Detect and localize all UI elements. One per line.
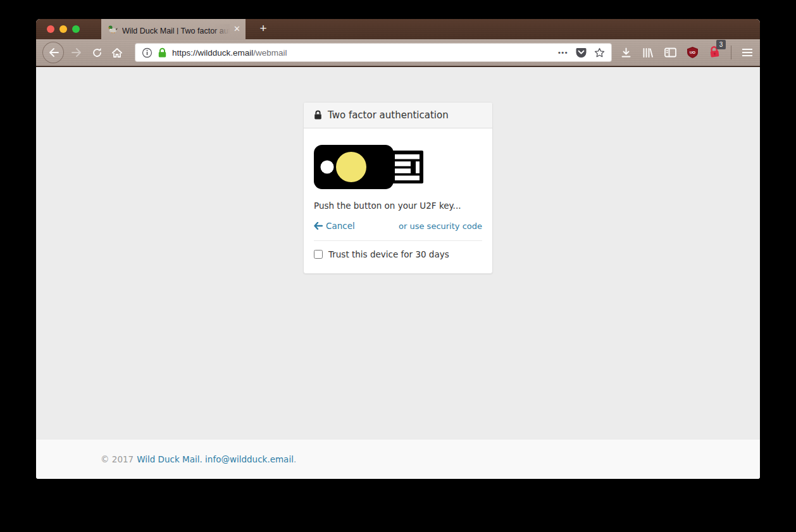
- duck-favicon-icon: [108, 25, 118, 34]
- brand-link[interactable]: Wild Duck Mail.: [137, 454, 202, 464]
- copyright-text: © 2017: [101, 454, 134, 464]
- page-actions-icon[interactable]: •••: [558, 49, 568, 56]
- window-zoom-button[interactable]: [72, 25, 80, 33]
- sidebar-toggle-icon[interactable]: [664, 47, 676, 58]
- pocket-icon[interactable]: [576, 47, 587, 58]
- bookmark-star-icon[interactable]: [594, 47, 605, 58]
- browser-window: Wild Duck Mail | Two factor auth ✕ +: [36, 19, 760, 479]
- new-tab-button[interactable]: +: [254, 19, 273, 39]
- reload-button[interactable]: [87, 42, 107, 63]
- svg-text:UO: UO: [690, 51, 695, 54]
- traffic-lights: [47, 25, 80, 33]
- panel-body: Push the button on your U2F key... Cance…: [304, 128, 492, 273]
- trust-device-row[interactable]: Trust this device for 30 days: [314, 249, 482, 259]
- forward-arrow-icon: [72, 47, 82, 58]
- https-lock-icon[interactable]: [158, 47, 167, 58]
- u2f-key-image: [314, 145, 425, 189]
- toolbar-separator: [731, 46, 731, 59]
- trust-device-checkbox[interactable]: [314, 250, 323, 259]
- lock-icon: [313, 110, 323, 120]
- tab-bar: Wild Duck Mail | Two factor auth ✕ +: [36, 19, 760, 39]
- back-arrow-small-icon: [314, 222, 323, 230]
- url-text: https://wildduck.email/webmail: [172, 48, 287, 58]
- home-button[interactable]: [107, 42, 127, 63]
- url-bar[interactable]: https://wildduck.email/webmail •••: [135, 43, 612, 62]
- two-factor-panel: Two factor authentication Push the butto…: [303, 102, 493, 274]
- home-icon: [111, 47, 123, 58]
- page-info-icon[interactable]: [142, 47, 152, 58]
- tab-title: Wild Duck Mail | Two factor auth: [122, 24, 230, 34]
- panel-title: Two factor authentication: [328, 109, 449, 121]
- toolbar-right-icons: UO 3: [621, 46, 754, 60]
- back-button[interactable]: [42, 42, 64, 63]
- panel-divider: [314, 240, 482, 241]
- window-close-button[interactable]: [47, 25, 54, 33]
- navigation-toolbar: https://wildduck.email/webmail •••: [36, 39, 760, 67]
- window-minimize-button[interactable]: [59, 25, 67, 33]
- forward-button[interactable]: [66, 42, 87, 63]
- cancel-link[interactable]: Cancel: [314, 221, 355, 231]
- footer-period: .: [294, 454, 296, 464]
- panel-heading: Two factor authentication: [304, 102, 492, 128]
- url-path: /webmail: [253, 48, 287, 58]
- menu-icon[interactable]: [742, 49, 752, 56]
- reload-icon: [92, 47, 103, 58]
- trust-device-label: Trust this device for 30 days: [328, 249, 449, 259]
- page-footer: © 2017 Wild Duck Mail. info@wildduck.ema…: [36, 440, 760, 479]
- use-security-code-link[interactable]: or use security code: [399, 221, 482, 231]
- url-host: https://wildduck.email: [172, 48, 253, 58]
- library-icon[interactable]: [642, 47, 654, 58]
- ublock-origin-icon[interactable]: UO: [687, 47, 698, 58]
- password-extension-button[interactable]: 3: [709, 46, 720, 60]
- downloads-icon[interactable]: [621, 47, 631, 58]
- u2f-instruction-text: Push the button on your U2F key...: [314, 201, 482, 211]
- back-arrow-icon: [48, 47, 59, 58]
- contact-email-link[interactable]: info@wildduck.email: [205, 454, 294, 464]
- page-content: Two factor authentication Push the butto…: [36, 67, 760, 479]
- tab-wildduck[interactable]: Wild Duck Mail | Two factor auth ✕: [101, 19, 246, 39]
- tab-close-icon[interactable]: ✕: [233, 24, 240, 34]
- links-row: Cancel or use security code: [314, 221, 482, 231]
- extension-badge: 3: [716, 40, 726, 49]
